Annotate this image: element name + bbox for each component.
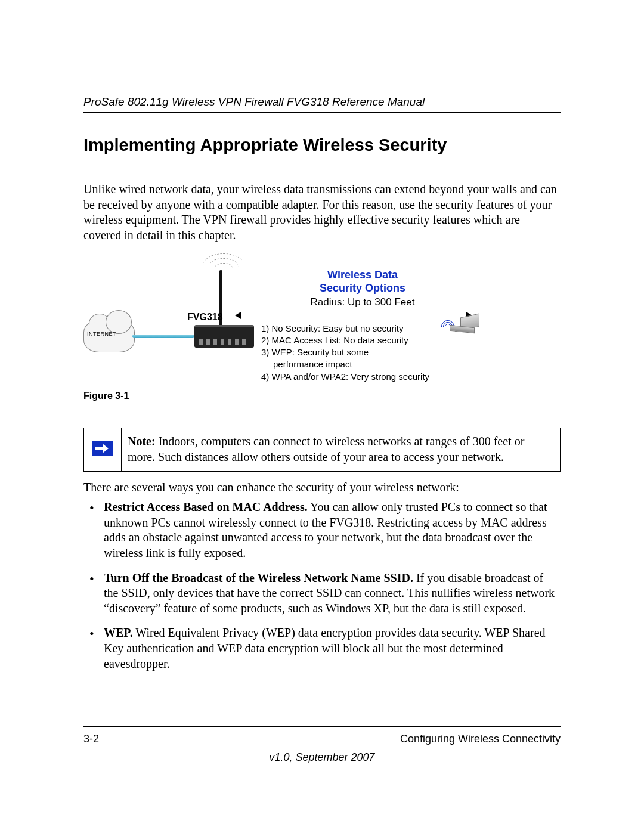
range-arrow-icon — [261, 312, 464, 319]
note-arrow-icon — [92, 441, 113, 456]
laptop-icon — [447, 315, 479, 332]
router-icon — [194, 325, 254, 348]
note-icon-cell — [84, 428, 122, 471]
diagram-option: 4) WPA and/or WPA2: Very strong security — [261, 371, 464, 383]
wireless-diagram: INTERNET FVG318 Wireless Data Security O… — [83, 255, 477, 380]
diagram-title-line1: Wireless Data — [327, 269, 398, 281]
diagram-title-line2: Security Options — [320, 282, 405, 294]
wireless-waves-icon — [203, 255, 244, 272]
diagram-option: 2) MAC Access List: No data security — [261, 335, 464, 346]
note-text: Indoors, computers can connect to wirele… — [128, 435, 524, 463]
page-number: 3-2 — [83, 733, 99, 745]
after-note-paragraph: There are several ways you can enhance t… — [83, 480, 561, 496]
wan-link-icon — [132, 335, 194, 338]
section-title: Implementing Appropriate Wireless Securi… — [83, 135, 561, 155]
manual-page: ProSafe 802.11g Wireless VPN Firewall FV… — [0, 0, 644, 833]
list-item: Restrict Access Based on MAC Address. Yo… — [83, 500, 561, 561]
security-bullet-list: Restrict Access Based on MAC Address. Yo… — [83, 500, 561, 671]
bullet-head: Turn Off the Broadcast of the Wireless N… — [104, 571, 413, 584]
bullet-body: Wired Equivalent Privacy (WEP) data encr… — [104, 626, 546, 670]
diagram-title: Wireless Data Security Options — [261, 269, 464, 295]
footer-rule — [83, 726, 561, 727]
figure-caption: Figure 3-1 — [83, 391, 561, 401]
diagram-radius: Radius: Up to 300 Feet — [261, 296, 464, 308]
intro-paragraph: Unlike wired network data, your wireless… — [83, 182, 561, 243]
note-label: Note: — [128, 435, 156, 448]
diagram-option: 3) WEP: Security but some — [261, 346, 464, 358]
running-header: ProSafe 802.11g Wireless VPN Firewall FV… — [83, 95, 561, 113]
diagram-text-column: Wireless Data Security Options Radius: U… — [261, 269, 464, 382]
list-item: WEP. Wired Equivalent Privacy (WEP) data… — [83, 625, 561, 671]
list-item: Turn Off the Broadcast of the Wireless N… — [83, 571, 561, 617]
device-model-label: FVG318 — [187, 312, 223, 323]
bullet-head: Restrict Access Based on MAC Address. — [104, 500, 308, 513]
diagram-options-list: 1) No Security: Easy but no security 2) … — [261, 323, 464, 383]
page-footer: 3-2 Configuring Wireless Connectivity v1… — [83, 726, 561, 764]
note-text-cell: Note: Indoors, computers can connect to … — [122, 428, 561, 471]
bullet-head: WEP. — [104, 626, 133, 639]
note-box: Note: Indoors, computers can connect to … — [83, 428, 561, 471]
internet-label: INTERNET — [87, 331, 116, 337]
chapter-title: Configuring Wireless Connectivity — [400, 733, 561, 745]
diagram-option: 1) No Security: Easy but no security — [261, 323, 464, 335]
title-rule — [83, 159, 561, 159]
doc-version: v1.0, September 2007 — [83, 751, 561, 764]
diagram-option: performance impact — [261, 358, 464, 370]
